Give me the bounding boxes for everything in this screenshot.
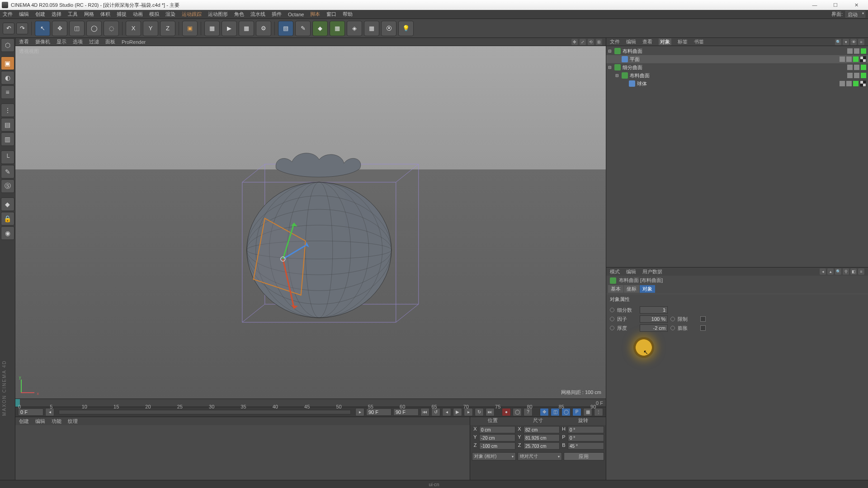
material-list[interactable] bbox=[15, 425, 470, 480]
objtab-文件[interactable]: 文件 bbox=[610, 38, 620, 45]
frame-total-field[interactable]: 90 F bbox=[393, 408, 419, 416]
menu-工具[interactable]: 工具 bbox=[68, 11, 78, 18]
attr-new-icon[interactable]: ◧ bbox=[850, 268, 857, 275]
viewmenu-选项[interactable]: 选项 bbox=[73, 38, 83, 45]
coord-mode-combo[interactable]: 对象 (相对) bbox=[472, 452, 516, 460]
frame-start-field[interactable]: 0 F bbox=[18, 408, 43, 416]
menu-文件[interactable]: 文件 bbox=[3, 11, 13, 18]
viewmenu-面板[interactable]: 面板 bbox=[105, 38, 115, 45]
objtab-标签[interactable]: 标签 bbox=[678, 38, 688, 45]
prev-frame[interactable]: ◂ bbox=[442, 408, 451, 416]
menu-模拟[interactable]: 模拟 bbox=[149, 11, 159, 18]
range-handle-r[interactable]: ▸ bbox=[355, 408, 364, 416]
attrtab-基本[interactable]: 基本 bbox=[608, 285, 623, 293]
keyframe-dot[interactable] bbox=[670, 326, 675, 330]
objtab-对象[interactable]: 对象 bbox=[659, 38, 671, 45]
model-mode[interactable]: ▣ bbox=[1, 56, 14, 70]
attrmenu-编辑[interactable]: 编辑 bbox=[626, 268, 636, 275]
objtab-书签[interactable]: 书签 bbox=[694, 38, 704, 45]
attr-back-icon[interactable]: ◂ bbox=[820, 268, 826, 275]
light-tool[interactable]: 💡 bbox=[398, 21, 414, 36]
render-region[interactable]: ▦ bbox=[239, 21, 254, 36]
panel-menu-icon[interactable]: ≡ bbox=[858, 39, 864, 45]
matmenu-纹理[interactable]: 纹理 bbox=[68, 418, 78, 425]
record-button[interactable]: ● bbox=[502, 408, 511, 416]
goto-end[interactable]: ⏭ bbox=[486, 408, 495, 416]
close-button[interactable]: ✕ bbox=[846, 0, 866, 9]
tree-item-平面[interactable]: 平面 bbox=[606, 55, 868, 63]
render-settings[interactable]: ⚙ bbox=[256, 21, 271, 36]
keyframe-dot[interactable] bbox=[610, 317, 614, 321]
size-X[interactable]: 82 cm bbox=[524, 426, 560, 433]
menu-体积[interactable]: 体积 bbox=[100, 11, 110, 18]
tree-item-布料曲面[interactable]: ⊟布料曲面 bbox=[606, 71, 868, 80]
menu-插件[interactable]: 插件 bbox=[272, 11, 282, 18]
menu-窗口[interactable]: 窗口 bbox=[326, 11, 336, 18]
make-editable[interactable]: ⬡ bbox=[1, 38, 14, 52]
keyframe-dot[interactable] bbox=[670, 317, 675, 321]
menu-流水线[interactable]: 流水线 bbox=[250, 11, 265, 18]
rot-H[interactable]: 0 ° bbox=[568, 426, 604, 433]
attr-value-field[interactable]: 1 bbox=[640, 306, 668, 314]
rotate-tool[interactable]: ◯ bbox=[86, 21, 102, 36]
lasso-tool[interactable]: ◌ bbox=[104, 21, 119, 36]
menu-创建[interactable]: 创建 bbox=[35, 11, 45, 18]
attr-checkbox[interactable] bbox=[700, 316, 706, 322]
texture-mode[interactable]: ◐ bbox=[1, 71, 14, 84]
redo-button[interactable]: ↷ bbox=[16, 23, 28, 34]
array-tool[interactable]: ◈ bbox=[347, 21, 362, 36]
menu-脚本[interactable]: 脚本 bbox=[310, 11, 320, 18]
polygon-mode[interactable]: ▥ bbox=[1, 132, 14, 146]
attrtab-对象[interactable]: 对象 bbox=[640, 285, 655, 293]
scale-tool[interactable]: ◫ bbox=[69, 21, 85, 36]
eye-icon[interactable]: 👁 bbox=[850, 39, 857, 45]
object-tree[interactable]: ⊟布料曲面平面⊟细分曲面⊟布料曲面球体 bbox=[606, 46, 868, 267]
deformer-tool[interactable]: ▦ bbox=[330, 21, 345, 36]
pos-Z[interactable]: -100 cm bbox=[479, 442, 515, 450]
keyframe-dot[interactable] bbox=[610, 308, 614, 312]
viewmenu-查看[interactable]: 查看 bbox=[19, 38, 29, 45]
viewmenu-ProRender[interactable]: ProRender bbox=[122, 39, 146, 45]
menu-角色[interactable]: 角色 bbox=[234, 11, 244, 18]
camera-tool[interactable]: ▦ bbox=[364, 21, 379, 36]
render-pv[interactable]: ▶ bbox=[222, 21, 237, 36]
search-icon[interactable]: 🔍 bbox=[835, 39, 841, 45]
locked-mode[interactable]: 🔒 bbox=[1, 212, 14, 225]
attrmenu-模式[interactable]: 模式 bbox=[610, 268, 620, 275]
viewport-solo[interactable]: ◆ bbox=[1, 197, 14, 211]
size-Z[interactable]: 25.703 cm bbox=[524, 442, 560, 450]
filter-icon[interactable]: ▾ bbox=[843, 39, 849, 45]
attr-search-icon[interactable]: 🔍 bbox=[835, 268, 841, 275]
objtab-编辑[interactable]: 编辑 bbox=[626, 38, 636, 45]
tree-item-布料曲面[interactable]: ⊟布料曲面 bbox=[606, 47, 868, 55]
menu-Octane[interactable]: Octane bbox=[288, 12, 304, 17]
pos-Y[interactable]: -20 cm bbox=[479, 434, 515, 441]
vp-rotate-icon[interactable]: ⟲ bbox=[588, 39, 594, 45]
point-mode[interactable]: ⋮ bbox=[1, 103, 14, 117]
autokey-button[interactable]: ◯ bbox=[513, 408, 522, 416]
snap-mode[interactable]: Ⓢ bbox=[1, 179, 14, 193]
vp-grid-icon[interactable]: ⊞ bbox=[596, 39, 602, 45]
menu-捕捉[interactable]: 捕捉 bbox=[117, 11, 127, 18]
attr-lock-icon[interactable]: ⚲ bbox=[843, 268, 849, 275]
select-tool[interactable]: ↖ bbox=[35, 21, 50, 36]
render-view[interactable]: ▦ bbox=[204, 21, 220, 36]
soft-select[interactable]: ◉ bbox=[1, 226, 14, 240]
tree-item-细分曲面[interactable]: ⊟细分曲面 bbox=[606, 63, 868, 71]
generator-tool[interactable]: ◆ bbox=[312, 21, 328, 36]
viewmenu-过滤[interactable]: 过滤 bbox=[89, 38, 99, 45]
tweak-mode[interactable]: ✎ bbox=[1, 165, 14, 178]
move-tool[interactable]: ✥ bbox=[52, 21, 67, 36]
x-axis-button[interactable]: X bbox=[126, 21, 141, 36]
size-mode-combo[interactable]: 绝对尺寸 bbox=[518, 452, 561, 460]
pen-tool[interactable]: ✎ bbox=[295, 21, 311, 36]
play-button[interactable]: ▶ bbox=[453, 408, 462, 416]
undo-button[interactable]: ↶ bbox=[3, 23, 14, 34]
edge-mode[interactable]: ▤ bbox=[1, 118, 14, 131]
matmenu-创建[interactable]: 创建 bbox=[19, 418, 29, 425]
z-axis-button[interactable]: Z bbox=[160, 21, 175, 36]
layout-combo[interactable]: 启动 bbox=[845, 11, 865, 18]
cube-tool[interactable]: ▧ bbox=[278, 21, 293, 36]
keyframe-dot[interactable] bbox=[610, 326, 614, 330]
attr-checkbox[interactable] bbox=[700, 325, 706, 331]
